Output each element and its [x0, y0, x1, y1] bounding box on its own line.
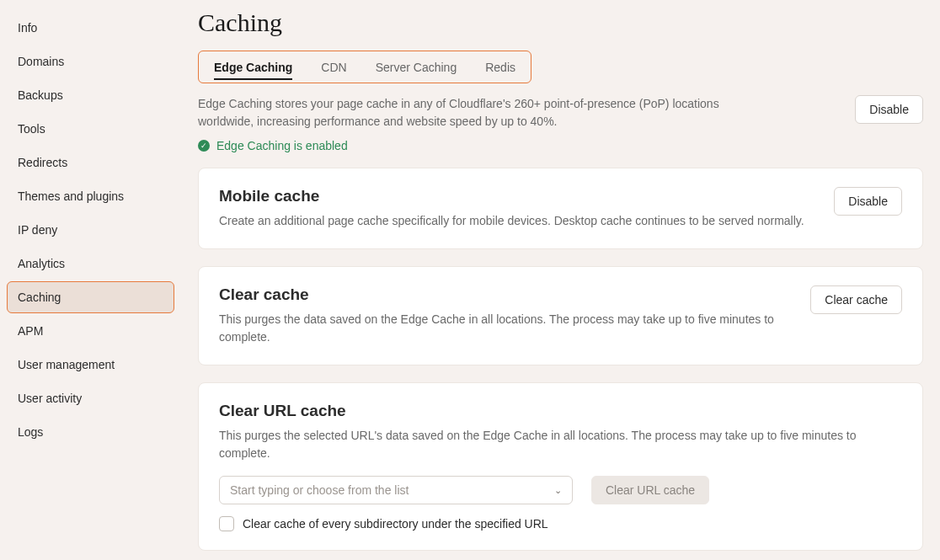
subdirectory-checkbox[interactable] [219, 516, 234, 531]
sidebar-item-themes-plugins[interactable]: Themes and plugins [7, 180, 174, 212]
mobile-cache-card: Mobile cache Create an additional page c… [198, 168, 923, 249]
intro-description: Edge Caching stores your page cache in a… [198, 95, 737, 131]
sidebar-item-user-activity[interactable]: User activity [7, 382, 174, 414]
disable-mobile-cache-button[interactable]: Disable [834, 187, 902, 216]
clear-url-cache-description: This purges the selected URL's data save… [219, 427, 902, 462]
main-content: Caching Edge Caching CDN Server Caching … [181, 0, 940, 560]
status-line: ✓ Edge Caching is enabled [198, 139, 923, 152]
disable-edge-caching-button[interactable]: Disable [855, 95, 923, 124]
sidebar-item-redirects[interactable]: Redirects [7, 147, 174, 179]
sidebar: Info Domains Backups Tools Redirects The… [0, 0, 181, 560]
sidebar-item-info[interactable]: Info [7, 12, 174, 44]
clear-cache-button[interactable]: Clear cache [810, 285, 902, 314]
check-circle-icon: ✓ [198, 140, 210, 152]
sidebar-item-analytics[interactable]: Analytics [7, 248, 174, 280]
subdirectory-checkbox-label: Clear cache of every subdirectory under … [243, 517, 548, 531]
tab-server-caching[interactable]: Server Caching [376, 57, 457, 77]
sidebar-item-logs[interactable]: Logs [7, 416, 174, 448]
url-select-placeholder: Start typing or choose from the list [230, 483, 409, 497]
sidebar-item-ip-deny[interactable]: IP deny [7, 214, 174, 246]
page-title: Caching [198, 8, 923, 37]
subdirectory-checkbox-row: Clear cache of every subdirectory under … [219, 516, 902, 531]
clear-cache-description: This purges the data saved on the Edge C… [219, 311, 790, 346]
url-select-dropdown[interactable]: Start typing or choose from the list ⌄ [219, 476, 573, 504]
clear-url-cache-title: Clear URL cache [219, 402, 902, 420]
clear-url-cache-card: Clear URL cache This purges the selected… [198, 382, 923, 551]
sidebar-item-user-management[interactable]: User management [7, 349, 174, 381]
tab-cdn[interactable]: CDN [321, 57, 346, 77]
mobile-cache-description: Create an additional page cache specific… [219, 212, 804, 230]
tab-edge-caching[interactable]: Edge Caching [214, 57, 292, 77]
sidebar-item-backups[interactable]: Backups [7, 79, 174, 111]
tab-redis[interactable]: Redis [485, 57, 515, 77]
sidebar-item-caching[interactable]: Caching [7, 281, 174, 313]
mobile-cache-title: Mobile cache [219, 187, 804, 205]
sidebar-item-tools[interactable]: Tools [7, 113, 174, 145]
status-text: Edge Caching is enabled [216, 139, 348, 152]
clear-cache-card: Clear cache This purges the data saved o… [198, 266, 923, 365]
sidebar-item-apm[interactable]: APM [7, 315, 174, 347]
clear-url-cache-button[interactable]: Clear URL cache [591, 476, 709, 504]
clear-cache-title: Clear cache [219, 285, 790, 304]
sidebar-item-domains[interactable]: Domains [7, 45, 174, 77]
tab-bar: Edge Caching CDN Server Caching Redis [198, 51, 531, 83]
intro-section: Edge Caching stores your page cache in a… [198, 95, 923, 131]
chevron-down-icon: ⌄ [554, 485, 562, 496]
